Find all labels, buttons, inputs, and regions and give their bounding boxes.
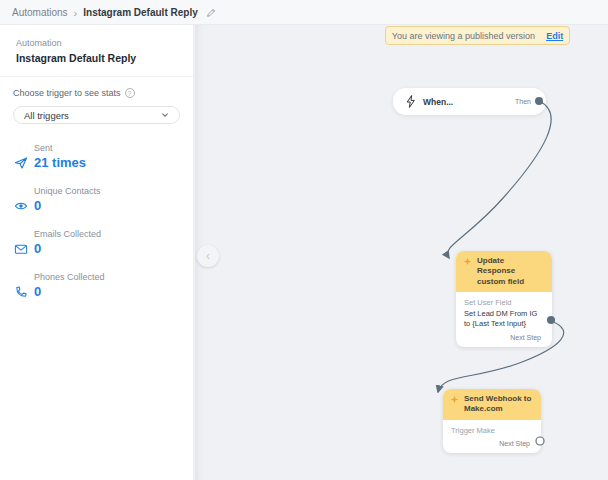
automation-flow-screen: Automations Instagram Default Reply Auto… (0, 0, 608, 480)
trigger-select-value: All triggers (24, 110, 69, 121)
action-node-send-webhook[interactable]: Send Webhook to Make.com Trigger Make Ne… (443, 389, 541, 453)
stat-label: Phones Collected (34, 272, 179, 282)
automation-section-label: Automation (16, 38, 177, 48)
lightning-icon (405, 95, 416, 108)
action-node-update-custom-field[interactable]: Update Response custom field Set User Fi… (456, 251, 552, 347)
edit-title-pencil-icon[interactable] (206, 7, 217, 18)
stat-label: Emails Collected (34, 229, 179, 239)
banner-message: You are viewing a published version (392, 31, 535, 41)
automation-title: Instagram Default Reply (16, 52, 177, 64)
chevron-down-icon (161, 111, 169, 119)
envelope-icon (14, 242, 28, 256)
node-meta: Set User Field (464, 298, 544, 309)
stats-list: Sent 21 times Unique Contacts 0 (0, 124, 193, 299)
stat-value: 0 (34, 198, 41, 213)
stat-sent: Sent 21 times (14, 143, 179, 170)
stat-label: Unique Contacts (34, 186, 179, 196)
sidebar-collapse-button[interactable] (197, 245, 219, 267)
send-icon (14, 156, 28, 170)
trigger-filter-block: Choose trigger to see stats All triggers (0, 77, 193, 124)
node-title: Update Response custom field (477, 256, 544, 287)
node-title: Send Webhook to Make.com (464, 394, 533, 415)
trigger-hint-label: Choose trigger to see stats (13, 88, 180, 98)
help-icon[interactable] (125, 88, 135, 98)
next-step-port[interactable]: Next Step (443, 437, 541, 453)
node-header: Update Response custom field (456, 251, 552, 292)
breadcrumb-automations-link[interactable]: Automations (12, 7, 68, 18)
stat-label: Sent (34, 143, 179, 153)
eye-icon (14, 199, 28, 213)
node-body: Trigger Make (443, 420, 541, 438)
breadcrumb: Automations Instagram Default Reply (0, 0, 608, 25)
when-trigger-node[interactable]: When... Then (393, 88, 546, 115)
next-step-port[interactable]: Next Step (456, 331, 552, 347)
phone-icon (14, 285, 28, 299)
trigger-hint-text: Choose trigger to see stats (13, 88, 121, 98)
when-node-title: When... (423, 97, 508, 107)
stat-unique-contacts: Unique Contacts 0 (14, 186, 179, 213)
trigger-select[interactable]: All triggers (13, 106, 180, 124)
stat-value: 0 (34, 241, 41, 256)
then-port-label: Then (515, 98, 531, 105)
node-header: Send Webhook to Make.com (443, 389, 541, 420)
node-body-text: Set Lead DM From IG to {Last Text Input} (464, 309, 544, 330)
node-meta: Trigger Make (451, 426, 533, 437)
breadcrumb-current-title: Instagram Default Reply (83, 7, 197, 18)
node-body: Set User Field Set Lead DM From IG to {L… (456, 292, 552, 331)
stats-sidebar: Automation Instagram Default Reply Choos… (0, 25, 194, 480)
chevron-right-icon (74, 3, 78, 21)
spark-icon (463, 257, 472, 266)
spark-icon (450, 395, 459, 404)
stat-emails-collected: Emails Collected 0 (14, 229, 179, 256)
sidebar-header: Automation Instagram Default Reply (0, 25, 193, 76)
stat-phones-collected: Phones Collected 0 (14, 272, 179, 299)
stat-value: 0 (34, 284, 41, 299)
published-version-banner: You are viewing a published version Edit (385, 26, 570, 45)
stat-value: 21 times (34, 155, 86, 170)
banner-edit-link[interactable]: Edit (546, 31, 563, 41)
